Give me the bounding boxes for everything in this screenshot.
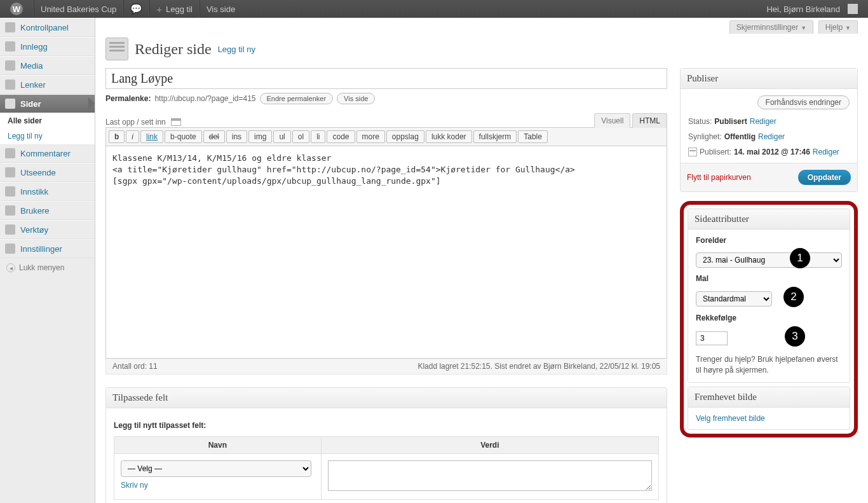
link-icon <box>5 79 15 90</box>
nav-label: Lenker <box>20 80 46 90</box>
published-edit-link[interactable]: Rediger <box>813 148 839 156</box>
nav-add-link[interactable]: Legg til ny <box>8 132 43 141</box>
screen-options-label: Skjerminnstillinger <box>736 23 798 32</box>
qt-fullscreen[interactable]: fullskjerm <box>473 130 517 143</box>
nav-media[interactable]: Media <box>0 56 95 75</box>
nav-label: Utseende <box>20 168 56 177</box>
comments-link[interactable]: 💬 <box>123 0 149 18</box>
status-edit-link[interactable]: Rediger <box>750 117 776 126</box>
nav-label: Brukere <box>20 206 50 216</box>
qt-ins[interactable]: ins <box>226 130 247 143</box>
nav-label: Innstikk <box>20 187 48 196</box>
help-toggle[interactable]: Hjelp▼ <box>818 20 858 34</box>
update-button[interactable]: Oppdater <box>798 170 851 185</box>
collapse-menu[interactable]: ◂Lukk menyen <box>0 258 95 277</box>
nav-pages[interactable]: Sider <box>0 94 95 113</box>
nav-label: Innstillinger <box>20 244 62 254</box>
media-icon <box>5 60 15 71</box>
nav-appearance[interactable]: Utseende <box>0 163 95 182</box>
account-link[interactable]: Hei, Bjørn Birkeland <box>760 0 864 18</box>
order-input[interactable] <box>696 331 728 345</box>
qt-bold[interactable]: b <box>109 130 125 143</box>
published-value: 14. mai 2012 @ 17:46 <box>734 148 810 156</box>
cf-add-heading: Legg til nytt tilpasset felt: <box>114 421 659 430</box>
add-new-page-link[interactable]: Legg til ny <box>218 45 255 54</box>
permalink-row: Permalenke: http://ubcup.no/?page_id=415… <box>105 93 667 104</box>
view-page-button[interactable]: Vis side <box>337 93 375 104</box>
nav-label: Sider <box>20 99 41 109</box>
post-title-input[interactable] <box>111 71 661 86</box>
page-icon <box>5 99 15 109</box>
pin-icon <box>5 41 15 52</box>
qt-closetags[interactable]: lukk koder <box>426 130 472 143</box>
nav-plugins[interactable]: Innstikk <box>0 182 95 201</box>
custom-fields-box: Tilpassede felt Legg til nytt tilpasset … <box>105 387 667 503</box>
appearance-icon <box>5 167 15 177</box>
nav-label: Verktøy <box>20 225 48 235</box>
add-new-label: Legg til <box>166 4 193 14</box>
qt-img[interactable]: img <box>248 130 272 143</box>
screen-options-toggle[interactable]: Skjerminnstillinger▼ <box>729 20 813 34</box>
comment-icon: 💬 <box>130 3 142 15</box>
nav-add-page[interactable]: Legg til ny <box>0 128 95 144</box>
title-wrap <box>105 68 667 89</box>
featured-image-title: Fremhevet bilde <box>688 387 850 408</box>
set-featured-image-link[interactable]: Velg fremhevet bilde <box>696 414 765 423</box>
new-content-link[interactable]: +Legg til <box>149 0 200 18</box>
qt-more[interactable]: more <box>356 130 385 143</box>
callout-3: 3 <box>785 326 805 347</box>
view-page-link[interactable]: Vis side <box>200 0 241 18</box>
permalink-label: Permalenke: <box>105 94 151 103</box>
upload-insert[interactable]: Last opp / sett inn <box>105 118 181 127</box>
comments-icon <box>5 148 15 158</box>
parent-select[interactable]: 23. mai - Gullhaug <box>696 252 842 268</box>
nav-settings[interactable]: Innstillinger <box>0 239 95 258</box>
preview-button[interactable]: Forhåndsvis endringer <box>757 95 850 109</box>
status-label: Status: <box>688 117 712 126</box>
admin-sidebar: Kontrollpanel Innlegg Media Lenker Sider… <box>0 18 95 503</box>
cf-key-select[interactable]: — Velg — <box>121 460 311 477</box>
nav-pages-submenu: Alle sider Legg til ny <box>0 113 95 144</box>
upload-label: Last opp / sett inn <box>105 118 166 127</box>
parent-label: Forelder <box>696 236 842 245</box>
nav-posts[interactable]: Innlegg <box>0 37 95 56</box>
annotation-highlight: Sideattributter Forelder 23. mai - Gullh… <box>680 201 858 438</box>
edit-permalinks-button[interactable]: Endre permalenker <box>260 93 334 104</box>
greeting-text: Hei, Bjørn Birkeland <box>766 4 840 14</box>
template-select[interactable]: Standardmal <box>696 291 772 307</box>
qt-del[interactable]: del <box>203 130 225 143</box>
qt-lookup[interactable]: oppslag <box>386 130 424 143</box>
wp-logo-item[interactable]: W <box>4 0 34 18</box>
nav-all-pages[interactable]: Alle sider <box>0 113 95 128</box>
tab-visual[interactable]: Visuell <box>594 113 630 128</box>
qt-code[interactable]: code <box>327 130 355 143</box>
cf-col-name: Navn <box>114 437 322 454</box>
nav-comments[interactable]: Kommentarer <box>0 144 95 163</box>
cf-value-textarea[interactable] <box>328 460 652 491</box>
admin-bar: W United Bakeries Cup 💬 +Legg til Vis si… <box>0 0 868 18</box>
order-label: Rekkefølge <box>696 314 842 322</box>
qt-link[interactable]: link <box>140 130 163 143</box>
qt-blockquote[interactable]: b-quote <box>165 130 202 143</box>
qt-ol[interactable]: ol <box>292 130 309 143</box>
nav-links[interactable]: Lenker <box>0 75 95 94</box>
content-textarea[interactable] <box>106 146 667 356</box>
wordpress-icon: W <box>10 3 23 15</box>
site-link[interactable]: United Bakeries Cup <box>34 0 123 18</box>
page-attributes-box: Sideattributter Forelder 23. mai - Gullh… <box>688 209 850 383</box>
screen-meta-links: Skjerminnstillinger▼ Hjelp▼ <box>105 18 858 34</box>
qt-table[interactable]: Table <box>518 130 548 143</box>
trash-link[interactable]: Flytt til papirkurven <box>687 173 751 182</box>
settings-icon <box>5 244 15 254</box>
qt-ul[interactable]: ul <box>273 130 290 143</box>
visibility-edit-link[interactable]: Rediger <box>758 132 785 141</box>
nav-users[interactable]: Brukere <box>0 201 95 220</box>
cf-enter-new-link[interactable]: Skriv ny <box>121 481 148 490</box>
tab-html[interactable]: HTML <box>632 113 667 128</box>
nav-tools[interactable]: Verktøy <box>0 220 95 239</box>
qt-italic[interactable]: i <box>126 130 139 143</box>
page-heading: Rediger side <box>135 41 212 58</box>
qt-li[interactable]: li <box>311 130 325 143</box>
nav-label: Media <box>20 61 43 71</box>
nav-dashboard[interactable]: Kontrollpanel <box>0 18 95 37</box>
